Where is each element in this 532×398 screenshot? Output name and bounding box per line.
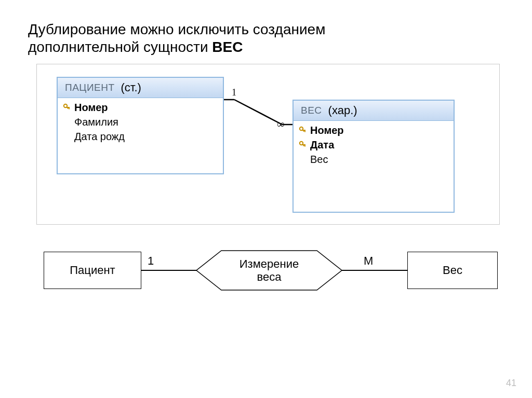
entity-header-weight: BEC (хар.) [294, 101, 454, 121]
svg-rect-5 [302, 130, 305, 131]
field-label: Номер [310, 125, 344, 136]
entity-name-patient: ПАЦИЕНТ [65, 82, 115, 93]
er-relationship-label: Измерение веса [196, 250, 342, 291]
cardinality-one: 1 [232, 87, 236, 98]
er-cardinality-right: М [364, 254, 373, 268]
field-weight-1: Дата [294, 138, 454, 152]
svg-rect-10 [304, 145, 305, 147]
entity-body-weight: Номер Дата Вес [294, 121, 454, 171]
key-icon [299, 125, 307, 133]
title-line2-bold: ВЕС [212, 39, 243, 55]
svg-line-13 [234, 100, 282, 125]
svg-rect-2 [69, 108, 70, 109]
key-icon [299, 140, 307, 148]
er-entity-weight-label: Вес [443, 264, 462, 277]
field-patient-0: Номер [58, 100, 223, 115]
svg-rect-3 [68, 108, 69, 109]
field-weight-2: Вес [294, 152, 454, 167]
svg-rect-9 [302, 144, 305, 145]
slide-title: Дублирование можно исключить созданием д… [28, 21, 496, 56]
er-entity-patient-label: Пациент [70, 264, 115, 277]
entity-body-patient: Номер Фамилия Дата рожд [58, 98, 223, 148]
entity-table-patient: ПАЦИЕНТ (ст.) Номер Фамилия Дата рожд [57, 77, 224, 174]
er-cardinality-left: 1 [148, 254, 154, 268]
er-entity-patient: Пациент [44, 252, 141, 289]
entity-name-weight: BEC [301, 105, 322, 116]
entity-header-patient: ПАЦИЕНТ (ст.) [58, 78, 223, 98]
field-label: Фамилия [74, 116, 118, 128]
db-diagram-panel: ПАЦИЕНТ (ст.) Номер Фамилия Дата рожд BE… [36, 64, 500, 225]
svg-rect-11 [303, 145, 304, 146]
er-connector-left [141, 270, 196, 271]
page-number: 41 [506, 378, 516, 389]
er-entity-weight: Вес [407, 252, 498, 289]
field-label: Дата [310, 139, 334, 151]
er-connector-right [342, 270, 407, 271]
field-patient-2: Дата рожд [58, 129, 223, 144]
title-line2-prefix: дополнительной сущности [28, 39, 212, 55]
field-label: Номер [74, 102, 108, 114]
field-label: Вес [310, 154, 328, 166]
entity-table-weight: BEC (хар.) Номер Дата Вес [292, 100, 455, 213]
field-label: Дата рожд [74, 131, 125, 143]
entity-annotation-weight: (хар.) [328, 104, 357, 117]
field-weight-0: Номер [294, 123, 454, 138]
title-line1: Дублирование можно исключить созданием [28, 21, 325, 37]
svg-rect-6 [304, 131, 305, 132]
cardinality-many: ∞ [277, 118, 284, 130]
field-patient-1: Фамилия [58, 115, 223, 129]
entity-annotation-patient: (ст.) [121, 81, 141, 94]
svg-rect-1 [66, 107, 70, 108]
key-icon [63, 102, 71, 111]
er-relationship: Измерение веса [196, 250, 342, 291]
svg-rect-7 [303, 131, 304, 132]
